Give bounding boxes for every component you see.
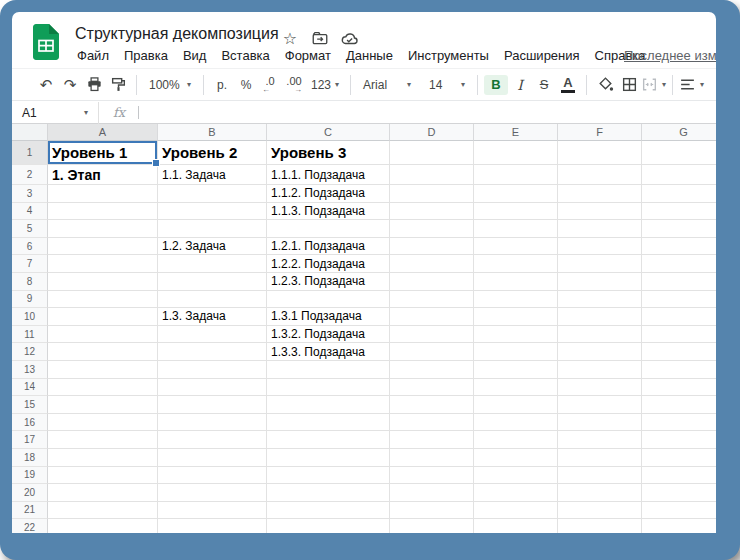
- cell-E9[interactable]: [474, 291, 558, 309]
- cell-D4[interactable]: [390, 203, 474, 221]
- column-header-A[interactable]: A: [48, 124, 158, 141]
- cell-D22[interactable]: [390, 519, 474, 533]
- decrease-decimals-button[interactable]: .0 ←: [258, 73, 282, 97]
- text-color-button[interactable]: A: [556, 73, 580, 97]
- cell-G15[interactable]: [642, 396, 716, 414]
- cell-E18[interactable]: [474, 449, 558, 467]
- cell-B19[interactable]: [158, 467, 267, 485]
- cell-A17[interactable]: [48, 431, 158, 449]
- cell-A16[interactable]: [48, 414, 158, 432]
- cell-A15[interactable]: [48, 396, 158, 414]
- cell-C19[interactable]: [267, 467, 390, 485]
- cell-B7[interactable]: [158, 255, 267, 273]
- cell-B2[interactable]: 1.1. Задача: [158, 165, 267, 185]
- move-to-folder-button[interactable]: [310, 28, 330, 48]
- cell-G9[interactable]: [642, 291, 716, 309]
- cell-D10[interactable]: [390, 308, 474, 326]
- cell-G13[interactable]: [642, 361, 716, 379]
- row-header-22[interactable]: 22: [12, 519, 48, 533]
- cell-F16[interactable]: [558, 414, 642, 432]
- cell-D20[interactable]: [390, 484, 474, 502]
- row-header-13[interactable]: 13: [12, 361, 48, 379]
- cell-B3[interactable]: [158, 185, 267, 203]
- cell-D18[interactable]: [390, 449, 474, 467]
- cell-B16[interactable]: [158, 414, 267, 432]
- row-header-7[interactable]: 7: [12, 255, 48, 273]
- paint-format-button[interactable]: [106, 73, 130, 97]
- menu-item-insert[interactable]: Вставка: [219, 48, 271, 63]
- cell-F6[interactable]: [558, 238, 642, 256]
- row-header-15[interactable]: 15: [12, 396, 48, 414]
- cell-B10[interactable]: 1.3. Задача: [158, 308, 267, 326]
- cell-E16[interactable]: [474, 414, 558, 432]
- menu-item-data[interactable]: Данные: [344, 48, 395, 63]
- merge-cells-button[interactable]: ▾: [641, 73, 666, 97]
- cell-E15[interactable]: [474, 396, 558, 414]
- menu-item-view[interactable]: Вид: [181, 48, 209, 63]
- cell-B13[interactable]: [158, 361, 267, 379]
- cell-B5[interactable]: [158, 220, 267, 238]
- cell-A19[interactable]: [48, 467, 158, 485]
- cell-F11[interactable]: [558, 326, 642, 344]
- cell-D6[interactable]: [390, 238, 474, 256]
- select-all-corner[interactable]: [12, 124, 48, 141]
- cell-F1[interactable]: [558, 141, 642, 165]
- cell-G4[interactable]: [642, 203, 716, 221]
- cell-B14[interactable]: [158, 379, 267, 397]
- row-header-17[interactable]: 17: [12, 431, 48, 449]
- italic-button[interactable]: I: [508, 73, 532, 97]
- cell-F20[interactable]: [558, 484, 642, 502]
- row-header-10[interactable]: 10: [12, 308, 48, 326]
- formula-input[interactable]: [138, 106, 139, 119]
- cell-A3[interactable]: [48, 185, 158, 203]
- cell-C11[interactable]: 1.3.2. Подзадача: [267, 326, 390, 344]
- cell-D14[interactable]: [390, 379, 474, 397]
- cell-F15[interactable]: [558, 396, 642, 414]
- cell-A1[interactable]: Уровень 1: [48, 141, 158, 165]
- cell-C14[interactable]: [267, 379, 390, 397]
- cell-E11[interactable]: [474, 326, 558, 344]
- cell-A5[interactable]: [48, 220, 158, 238]
- increase-decimals-button[interactable]: .00 →: [282, 73, 306, 97]
- cell-B22[interactable]: [158, 519, 267, 533]
- menu-item-file[interactable]: Файл: [75, 48, 111, 63]
- cell-F9[interactable]: [558, 291, 642, 309]
- cell-C20[interactable]: [267, 484, 390, 502]
- cell-A22[interactable]: [48, 519, 158, 533]
- cell-B11[interactable]: [158, 326, 267, 344]
- cell-E4[interactable]: [474, 203, 558, 221]
- row-header-3[interactable]: 3: [12, 185, 48, 203]
- cell-F3[interactable]: [558, 185, 642, 203]
- cell-C7[interactable]: 1.2.2. Подзадача: [267, 255, 390, 273]
- cell-D5[interactable]: [390, 220, 474, 238]
- cell-E12[interactable]: [474, 343, 558, 361]
- cell-A10[interactable]: [48, 308, 158, 326]
- column-header-C[interactable]: C: [267, 124, 390, 141]
- cell-D2[interactable]: [390, 165, 474, 185]
- cell-E5[interactable]: [474, 220, 558, 238]
- cell-E19[interactable]: [474, 467, 558, 485]
- cell-C9[interactable]: [267, 291, 390, 309]
- cell-D3[interactable]: [390, 185, 474, 203]
- cell-A14[interactable]: [48, 379, 158, 397]
- cell-C15[interactable]: [267, 396, 390, 414]
- cell-C5[interactable]: [267, 220, 390, 238]
- cell-E3[interactable]: [474, 185, 558, 203]
- row-header-5[interactable]: 5: [12, 220, 48, 238]
- cell-B12[interactable]: [158, 343, 267, 361]
- cell-E14[interactable]: [474, 379, 558, 397]
- cell-G14[interactable]: [642, 379, 716, 397]
- cell-G5[interactable]: [642, 220, 716, 238]
- cell-A13[interactable]: [48, 361, 158, 379]
- cell-G8[interactable]: [642, 273, 716, 291]
- cloud-status-button[interactable]: [339, 28, 359, 48]
- percent-format-button[interactable]: %: [234, 73, 258, 97]
- cell-A4[interactable]: [48, 203, 158, 221]
- cell-D8[interactable]: [390, 273, 474, 291]
- cell-G20[interactable]: [642, 484, 716, 502]
- document-title[interactable]: Структурная декомпозиция: [75, 25, 279, 43]
- cell-D17[interactable]: [390, 431, 474, 449]
- cell-C21[interactable]: [267, 502, 390, 520]
- cell-G11[interactable]: [642, 326, 716, 344]
- cell-C2[interactable]: 1.1.1. Подзадача: [267, 165, 390, 185]
